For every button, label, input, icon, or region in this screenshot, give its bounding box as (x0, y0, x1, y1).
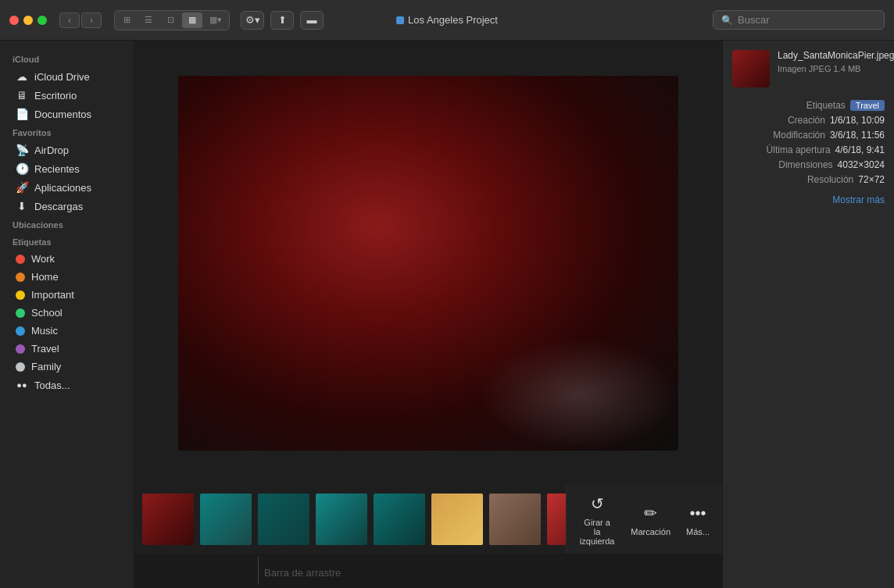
rotate-left-label: Girar ala izquierda (579, 518, 615, 546)
view-icon-btn[interactable]: ⊞ (116, 12, 137, 28)
thumbnail-2[interactable] (198, 492, 253, 547)
sidebar-tag-school[interactable]: School (3, 304, 131, 322)
resolution-label: Resolución (807, 174, 853, 185)
meta-created-row: Creación 1/6/18, 10:09 (732, 115, 885, 126)
sidebar-item-icloud-drive[interactable]: ☁ iCloud Drive (3, 67, 131, 86)
meta-opened-row: Última apertura 4/6/18, 9:41 (732, 144, 885, 155)
sidebar-tag-all[interactable]: ●● Todas... (3, 376, 131, 394)
thumbnail-4[interactable] (314, 492, 369, 547)
documents-icon: 📄 (16, 108, 28, 120)
minimize-button[interactable] (23, 16, 33, 25)
show-more-link[interactable]: Mostrar más (732, 194, 885, 205)
main-area: iCloud ☁ iCloud Drive 🖥 Escritorio 📄 Doc… (0, 41, 894, 588)
main-image (178, 76, 678, 451)
back-button[interactable]: ‹ (59, 12, 80, 28)
meta-dimensions-row: Dimensiones 4032×3024 (732, 159, 885, 170)
home-tag-dot (16, 273, 25, 282)
file-preview: Lady_SantaMonicaPier.jpeg Imagen JPEG 1.… (732, 50, 885, 87)
filmstrip-area: ↺ Girar ala izquierda ✏ Marcación ••• Má… (134, 485, 722, 554)
travel-tag-dot (16, 344, 25, 354)
meta-resolution-row: Resolución 72×72 (732, 174, 885, 185)
traffic-lights (9, 16, 47, 25)
view-extra-btn[interactable]: ▦▾ (204, 12, 227, 28)
rotate-left-icon: ↺ (586, 493, 608, 515)
view-mode-buttons: ⊞ ☰ ⊡ ▦ ▦▾ (114, 10, 230, 30)
thumbnail-7[interactable] (488, 492, 542, 547)
more-button[interactable]: ••• Más... (686, 502, 710, 536)
important-tag-dot (16, 290, 25, 300)
drag-bar-label: Barra de arrastre (259, 567, 341, 579)
sidebar-tag-important[interactable]: Important (3, 286, 131, 304)
rotate-left-button[interactable]: ↺ Girar ala izquierda (579, 493, 615, 546)
search-input[interactable] (738, 14, 876, 26)
airdrop-icon: 📡 (16, 144, 28, 156)
search-icon: 🔍 (721, 15, 733, 26)
gear-button[interactable]: ⚙▾ (241, 11, 264, 30)
sidebar-item-desktop[interactable]: 🖥 Escritorio (3, 86, 131, 105)
thumbnail-3[interactable] (256, 492, 311, 547)
thumbnail-strip (134, 485, 566, 554)
maximize-button[interactable] (38, 16, 47, 25)
markup-button[interactable]: ✏ Marcación (631, 502, 670, 536)
window-title: Los Angeles Project (396, 14, 498, 26)
sidebar: iCloud ☁ iCloud Drive 🖥 Escritorio 📄 Doc… (0, 41, 134, 588)
tags-label: Etiquetas (806, 100, 846, 111)
sidebar-item-documents[interactable]: 📄 Documentos (3, 105, 131, 123)
search-bar[interactable]: 🔍 (713, 10, 885, 30)
markup-icon: ✏ (640, 502, 662, 524)
travel-tag-badge[interactable]: Travel (850, 100, 885, 111)
desktop-icon: 🖥 (16, 89, 28, 102)
sidebar-tag-music[interactable]: Music (3, 322, 131, 340)
created-value: 1/6/18, 10:09 (830, 115, 885, 126)
all-tags-icon: ●● (16, 379, 28, 391)
drag-bar-line (258, 557, 259, 585)
view-columns-btn[interactable]: ⊡ (160, 12, 181, 28)
locations-section-label: Ubicaciones (0, 216, 134, 233)
share-button[interactable]: ⬆ (270, 11, 294, 30)
meta-modified-row: Modificación 3/6/18, 11:56 (732, 130, 885, 141)
metadata-table: Etiquetas Travel Creación 1/6/18, 10:09 … (732, 100, 885, 185)
drag-bar-area: Barra de arrastre (134, 554, 722, 588)
sidebar-tag-family[interactable]: Family (3, 358, 131, 376)
opened-value: 4/6/18, 9:41 (835, 144, 885, 155)
thumbnail-5[interactable] (372, 492, 427, 547)
created-label: Creación (788, 115, 825, 126)
sidebar-tag-travel[interactable]: Travel (3, 340, 131, 358)
forward-button[interactable]: › (81, 12, 102, 28)
dimensions-value: 4032×3024 (838, 159, 885, 170)
file-info: Lady_SantaMonicaPier.jpeg Imagen JPEG 1.… (778, 50, 894, 73)
view-gallery-btn[interactable]: ▦ (182, 12, 202, 28)
sidebar-item-airdrop[interactable]: 📡 AirDrop (3, 141, 131, 159)
markup-label: Marcación (631, 527, 670, 536)
recientes-icon: 🕐 (16, 162, 28, 175)
sidebar-item-apps[interactable]: 🚀 Aplicaciones (3, 178, 131, 197)
sidebar-tag-work[interactable]: Work (3, 250, 131, 268)
icloud-section-label: iCloud (0, 50, 134, 67)
thumbnail-8[interactable] (545, 492, 566, 547)
dimensions-label: Dimensiones (778, 159, 832, 170)
apps-icon: 🚀 (16, 181, 28, 194)
resolution-value: 72×72 (858, 174, 885, 185)
thumbnail-1[interactable] (141, 492, 195, 547)
thumbnail-6[interactable] (430, 492, 485, 547)
close-button[interactable] (9, 16, 19, 25)
modified-value: 3/6/18, 11:56 (830, 130, 885, 141)
content-area: ↺ Girar ala izquierda ✏ Marcación ••• Má… (134, 41, 722, 588)
view-list-btn[interactable]: ☰ (138, 12, 159, 28)
sidebar-item-downloads[interactable]: ⬇ Descargas (3, 197, 131, 216)
tags-section-label: Etiquetas (0, 233, 134, 250)
image-viewer (134, 41, 722, 485)
sidebar-tag-home[interactable]: Home (3, 268, 131, 286)
modified-label: Modificación (773, 130, 825, 141)
music-tag-dot (16, 326, 25, 336)
tag-button[interactable]: ▬ (300, 11, 324, 30)
work-tag-dot (16, 255, 25, 264)
sidebar-item-recientes[interactable]: 🕐 Recientes (3, 159, 131, 178)
school-tag-dot (16, 308, 25, 318)
file-type: Imagen JPEG 1.4 MB (778, 64, 894, 73)
meta-tags-row: Etiquetas Travel (732, 100, 885, 111)
title-icon (396, 16, 404, 24)
more-icon: ••• (687, 502, 709, 524)
favorites-section-label: Favoritos (0, 123, 134, 141)
nav-buttons: ‹ › (59, 12, 102, 28)
